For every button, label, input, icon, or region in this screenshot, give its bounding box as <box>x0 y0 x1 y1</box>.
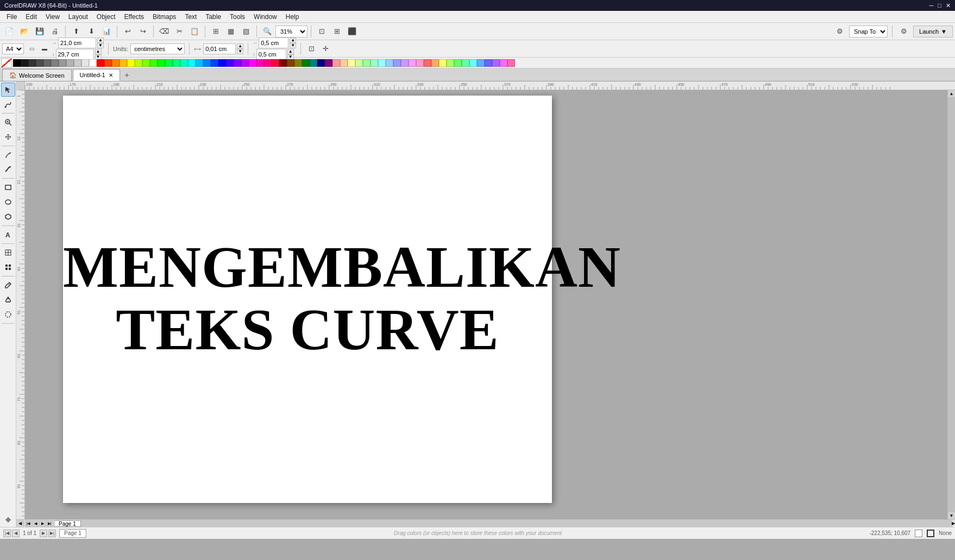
color-swatch-24[interactable] <box>196 59 203 67</box>
color-swatch-61[interactable] <box>477 59 485 67</box>
color-swatch-25[interactable] <box>203 59 211 67</box>
scroll-right[interactable]: ▲ ▼ <box>947 90 955 519</box>
portrait-btn[interactable]: ▭ <box>26 43 37 54</box>
select-tool-btn[interactable] <box>1 83 15 97</box>
color-swatch-39[interactable] <box>310 59 317 67</box>
cut-btn[interactable]: ✂ <box>172 24 186 39</box>
color-swatch-59[interactable] <box>462 59 469 67</box>
last-page-btn[interactable]: ▶| <box>46 520 53 527</box>
pan-tool-btn[interactable] <box>1 130 15 144</box>
color-swatch-4[interactable] <box>43 59 51 67</box>
page-width-input[interactable] <box>58 37 96 48</box>
color-swatch-38[interactable] <box>302 59 310 67</box>
snap-y-up-btn[interactable]: ▲ <box>287 49 294 54</box>
color-swatch-49[interactable] <box>386 59 393 67</box>
snap-settings-btn[interactable]: ⚙ <box>833 24 847 39</box>
outline-swatch[interactable] <box>927 530 934 537</box>
options-btn[interactable]: ⚙ <box>897 24 911 39</box>
color-swatch-50[interactable] <box>393 59 401 67</box>
next-page-btn[interactable]: ▶ <box>39 520 46 527</box>
maximize-btn[interactable]: □ <box>938 2 941 9</box>
color-swatch-1[interactable] <box>21 59 28 67</box>
first-page-btn[interactable]: |◀ <box>25 520 32 527</box>
color-swatch-63[interactable] <box>492 59 500 67</box>
color-swatch-21[interactable] <box>173 59 180 67</box>
align-btn[interactable]: ⊞ <box>209 24 223 39</box>
color-swatch-34[interactable] <box>272 59 279 67</box>
snap-x-down-btn[interactable]: ▼ <box>290 43 296 48</box>
lock-aspect-btn[interactable]: ⊡ <box>305 43 317 55</box>
menu-text[interactable]: Text <box>180 11 201 23</box>
import-btn[interactable]: ⬆ <box>69 24 83 39</box>
fill-tool-btn[interactable] <box>1 293 15 307</box>
color-swatch-36[interactable] <box>287 59 294 67</box>
menu-view[interactable]: View <box>41 11 64 23</box>
color-swatch-65[interactable] <box>507 59 515 67</box>
color-swatch-0[interactable] <box>13 59 21 67</box>
export-btn[interactable]: ⬇ <box>84 24 98 39</box>
color-swatch-9[interactable] <box>81 59 89 67</box>
color-swatch-51[interactable] <box>401 59 409 67</box>
color-swatch-52[interactable] <box>409 59 416 67</box>
freeform-tool-btn[interactable] <box>1 148 15 162</box>
publish-btn[interactable]: 📊 <box>99 24 114 39</box>
width-up-btn[interactable]: ▲ <box>97 37 104 43</box>
launch-btn[interactable]: Launch ▼ <box>913 26 953 37</box>
menu-bitmaps[interactable]: Bitmaps <box>148 11 180 23</box>
scroll-right-btn[interactable]: ▶ <box>952 520 955 527</box>
new-btn[interactable]: 📄 <box>2 24 16 39</box>
page-height-input[interactable] <box>56 49 94 60</box>
snap-select[interactable]: Snap To <box>849 26 888 37</box>
color-swatch-3[interactable] <box>36 59 43 67</box>
color-swatch-55[interactable] <box>431 59 439 67</box>
color-swatch-37[interactable] <box>294 59 302 67</box>
scroll-up-btn[interactable]: ▲ <box>948 90 955 98</box>
view1-btn[interactable]: ⊡ <box>315 24 329 39</box>
color-swatch-62[interactable] <box>485 59 492 67</box>
color-swatch-10[interactable] <box>89 59 97 67</box>
color-swatch-26[interactable] <box>211 59 218 67</box>
nudge-down-btn[interactable]: ▼ <box>237 49 243 54</box>
nudge-up-btn[interactable]: ▲ <box>237 43 243 49</box>
open-btn[interactable]: 📂 <box>17 24 32 39</box>
color-swatch-60[interactable] <box>469 59 477 67</box>
copy-btn[interactable]: 📋 <box>187 24 202 39</box>
table-tool-btn[interactable] <box>1 246 15 260</box>
add-tab-btn[interactable]: + <box>121 69 133 81</box>
zoom-select[interactable]: 31% 50% 75% 100% <box>275 26 307 37</box>
color-swatch-48[interactable] <box>378 59 386 67</box>
color-swatch-58[interactable] <box>454 59 462 67</box>
color-swatch-15[interactable] <box>127 59 135 67</box>
color-swatch-47[interactable] <box>370 59 378 67</box>
menu-tools[interactable]: Tools <box>225 11 249 23</box>
color-swatch-30[interactable] <box>241 59 249 67</box>
snap-y-input[interactable] <box>256 49 286 60</box>
ungroup-btn[interactable]: ▧ <box>239 24 253 39</box>
print-btn[interactable]: 🖨 <box>48 24 62 39</box>
color-swatch-28[interactable] <box>226 59 234 67</box>
color-swatch-13[interactable] <box>112 59 120 67</box>
group-btn[interactable]: ▦ <box>224 24 238 39</box>
color-swatch-33[interactable] <box>264 59 272 67</box>
eyedropper-btn[interactable] <box>1 278 15 292</box>
color-swatch-12[interactable] <box>104 59 112 67</box>
color-swatch-29[interactable] <box>234 59 241 67</box>
status-next-btn[interactable]: ▶ <box>40 530 47 537</box>
status-first-btn[interactable]: |◀ <box>3 530 11 537</box>
color-swatch-31[interactable] <box>249 59 256 67</box>
scroll-h-thumb[interactable] <box>81 520 952 527</box>
status-last-btn[interactable]: ▶| <box>48 530 56 537</box>
fill-swatch[interactable] <box>915 530 922 537</box>
eraser-btn[interactable]: ⌫ <box>157 24 171 39</box>
color-swatch-57[interactable] <box>447 59 454 67</box>
page-size-select[interactable]: A4 <box>2 43 24 54</box>
color-swatch-56[interactable] <box>439 59 447 67</box>
color-swatch-17[interactable] <box>142 59 150 67</box>
color-swatch-44[interactable] <box>348 59 355 67</box>
color-swatch-32[interactable] <box>256 59 264 67</box>
color-swatch-43[interactable] <box>340 59 348 67</box>
color-swatch-35[interactable] <box>279 59 287 67</box>
calligraphy-tool-btn[interactable] <box>1 162 15 177</box>
text-tool-btn[interactable]: A <box>1 228 15 242</box>
color-swatch-53[interactable] <box>416 59 424 67</box>
